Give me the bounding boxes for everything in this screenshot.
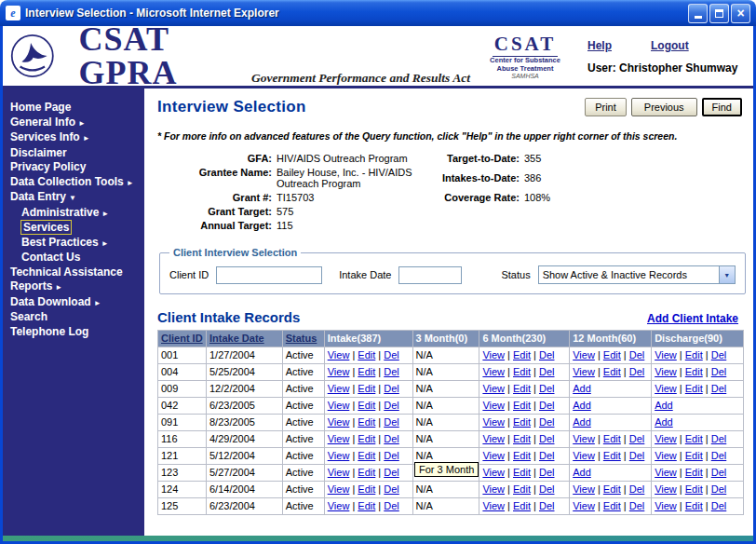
sidebar-item-general-info[interactable]: General Info► [3, 116, 144, 131]
sidebar-item-data-download[interactable]: Data Download► [3, 295, 144, 311]
view-link[interactable]: View [573, 366, 595, 377]
del-link[interactable]: Del [629, 500, 645, 511]
edit-link[interactable]: Edit [513, 416, 531, 428]
edit-link[interactable]: Edit [358, 467, 375, 478]
edit-link[interactable]: Edit [358, 483, 375, 495]
del-link[interactable]: Del [384, 416, 399, 428]
edit-link[interactable]: Edit [685, 366, 703, 377]
minimize-button[interactable] [688, 4, 708, 23]
edit-link[interactable]: Edit [513, 349, 531, 360]
edit-link[interactable]: Edit [358, 349, 375, 360]
view-link[interactable]: View [655, 500, 677, 511]
sidebar-item-contact-us[interactable]: Contact Us [3, 251, 144, 265]
edit-link[interactable]: Edit [685, 349, 703, 360]
view-link[interactable]: View [573, 349, 595, 360]
print-button[interactable]: Print [585, 98, 627, 116]
sort-link[interactable]: Status [286, 333, 317, 344]
edit-link[interactable]: Edit [685, 500, 703, 511]
find-button[interactable]: Find [702, 98, 742, 116]
edit-link[interactable]: Edit [603, 483, 621, 495]
edit-link[interactable]: Edit [513, 500, 531, 511]
view-link[interactable]: View [655, 483, 677, 495]
view-link[interactable]: View [328, 450, 350, 461]
del-link[interactable]: Del [539, 416, 555, 428]
view-link[interactable]: View [482, 383, 505, 394]
view-link[interactable]: View [482, 467, 505, 478]
sidebar-item-home-page[interactable]: Home Page [3, 101, 144, 116]
del-link[interactable]: Del [629, 483, 645, 495]
del-link[interactable]: Del [539, 483, 555, 495]
view-link[interactable]: View [328, 383, 350, 394]
del-link[interactable]: Del [384, 500, 399, 511]
view-link[interactable]: View [573, 450, 595, 461]
view-link[interactable]: View [573, 500, 595, 511]
del-link[interactable]: Del [629, 366, 645, 377]
del-link[interactable]: Del [711, 500, 727, 511]
edit-link[interactable]: Edit [603, 433, 621, 444]
sidebar-item-data-entry[interactable]: Data Entry▼ [3, 190, 144, 206]
sidebar-item-technical-assistance[interactable]: Technical Assistance [3, 265, 144, 280]
view-link[interactable]: View [328, 433, 350, 444]
edit-link[interactable]: Edit [358, 433, 375, 444]
view-link[interactable]: View [328, 400, 350, 411]
add-link[interactable]: Add [573, 467, 591, 478]
edit-link[interactable]: Edit [358, 366, 375, 377]
close-button[interactable]: × [731, 4, 750, 23]
sidebar-item-best-practices[interactable]: Best Practices► [3, 236, 144, 252]
del-link[interactable]: Del [384, 450, 399, 461]
add-link[interactable]: Add [573, 416, 591, 428]
edit-link[interactable]: Edit [513, 433, 531, 444]
edit-link[interactable]: Edit [685, 450, 703, 461]
sidebar-item-administrative[interactable]: Administrative► [3, 206, 144, 222]
del-link[interactable]: Del [384, 483, 399, 495]
del-link[interactable]: Del [384, 467, 399, 478]
sidebar-item-services[interactable]: Services [3, 221, 144, 236]
add-link[interactable]: Add [655, 400, 673, 411]
edit-link[interactable]: Edit [513, 450, 531, 461]
edit-link[interactable]: Edit [358, 400, 375, 411]
edit-link[interactable]: Edit [685, 383, 703, 394]
edit-link[interactable]: Edit [513, 366, 531, 377]
del-link[interactable]: Del [384, 383, 399, 394]
column-header-client-id[interactable]: Client ID [158, 331, 207, 347]
title-bar[interactable]: e Interview Selection - Microsoft Intern… [0, 0, 756, 26]
del-link[interactable]: Del [711, 433, 727, 444]
view-link[interactable]: View [482, 483, 505, 495]
view-link[interactable]: View [328, 416, 350, 428]
del-link[interactable]: Del [629, 450, 645, 461]
view-link[interactable]: View [482, 349, 505, 360]
sort-link[interactable]: Client ID [161, 333, 203, 344]
edit-link[interactable]: Edit [358, 500, 375, 511]
edit-link[interactable]: Edit [513, 383, 531, 394]
del-link[interactable]: Del [711, 383, 727, 394]
view-link[interactable]: View [655, 366, 677, 377]
add-link[interactable]: Add [573, 383, 591, 394]
edit-link[interactable]: Edit [358, 416, 375, 428]
del-link[interactable]: Del [384, 400, 399, 411]
sidebar-item-privacy-policy[interactable]: Privacy Policy [3, 160, 144, 175]
sidebar-item-search[interactable]: Search [3, 310, 144, 325]
del-link[interactable]: Del [539, 349, 555, 360]
sidebar-item-telephone-log[interactable]: Telephone Log [3, 325, 144, 340]
del-link[interactable]: Del [711, 467, 727, 478]
view-link[interactable]: View [482, 450, 505, 461]
view-link[interactable]: View [328, 349, 350, 360]
sort-link[interactable]: Intake Date [209, 333, 264, 344]
logout-link[interactable]: Logout [651, 39, 689, 52]
edit-link[interactable]: Edit [685, 483, 703, 495]
del-link[interactable]: Del [539, 433, 555, 444]
edit-link[interactable]: Edit [358, 450, 375, 461]
edit-link[interactable]: Edit [603, 500, 621, 511]
del-link[interactable]: Del [539, 366, 555, 377]
view-link[interactable]: View [573, 483, 595, 495]
maximize-button[interactable] [709, 4, 729, 23]
previous-button[interactable]: Previous [631, 98, 697, 116]
view-link[interactable]: View [482, 366, 505, 377]
view-link[interactable]: View [573, 433, 595, 444]
view-link[interactable]: View [655, 383, 677, 394]
del-link[interactable]: Del [384, 433, 399, 444]
edit-link[interactable]: Edit [358, 383, 375, 394]
sidebar-item-services-info[interactable]: Services Info► [3, 130, 144, 146]
del-link[interactable]: Del [629, 433, 645, 444]
column-header-intake-date[interactable]: Intake Date [206, 331, 282, 347]
